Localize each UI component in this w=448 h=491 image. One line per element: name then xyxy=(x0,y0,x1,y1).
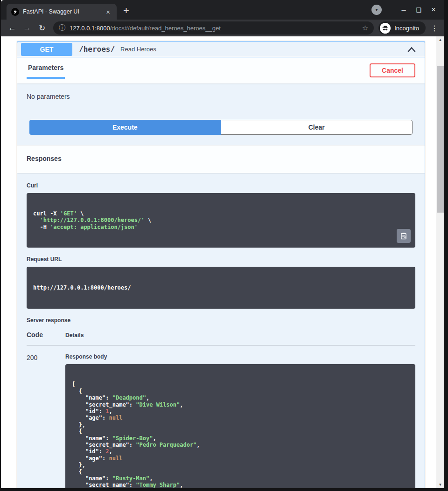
clear-button[interactable]: Clear xyxy=(221,120,413,135)
cancel-button[interactable]: Cancel xyxy=(370,63,415,77)
parameters-body: No parameters Execute Clear xyxy=(17,83,425,145)
fastapi-favicon-icon xyxy=(11,8,19,16)
minimize-button[interactable]: ─ xyxy=(399,7,409,14)
copy-curl-button[interactable] xyxy=(397,229,411,243)
request-url-value: http://127.0.0.1:8000/heroes/ xyxy=(33,284,409,291)
curl-code-block[interactable]: curl -X 'GET' \ 'http://127.0.0.1:8000/h… xyxy=(27,193,415,248)
page-area: GET /heroes/ Read Heroes Parameters Canc… xyxy=(1,36,444,488)
execute-row: Execute Clear xyxy=(29,120,413,135)
scroll-down-button[interactable]: ▼ xyxy=(436,483,444,487)
kebab-menu-icon[interactable]: ⋮ xyxy=(429,24,440,33)
response-details: Response body [ { "name": "Deadpond", "s… xyxy=(65,353,415,488)
response-body-code[interactable]: [ { "name": "Deadpond", "secret_name": "… xyxy=(65,364,415,488)
url-text[interactable]: 127.0.0.1:8000/docs#/default/read_heroes… xyxy=(70,25,358,32)
window-controls: ▼ ─ ❑ × xyxy=(371,0,444,20)
execute-button[interactable]: Execute xyxy=(29,120,221,135)
browser-tab[interactable]: FastAPI - Swagger UI × xyxy=(7,4,117,20)
opblock-get-heroes: GET /heroes/ Read Heroes Parameters Canc… xyxy=(17,41,425,488)
incognito-label: Incognito xyxy=(394,25,419,32)
clipboard-icon xyxy=(400,232,407,240)
status-code: 200 xyxy=(27,353,65,488)
response-body-label: Response body xyxy=(65,353,415,360)
method-badge: GET xyxy=(21,43,72,56)
endpoint-path: /heroes/ xyxy=(79,45,115,54)
bookmark-star-icon[interactable]: ☆ xyxy=(362,24,368,32)
curl-label: Curl xyxy=(27,182,415,189)
tab-strip: FastAPI - Swagger UI × + ▼ ─ ❑ × xyxy=(1,0,444,20)
responses-section-header: Responses xyxy=(17,145,425,173)
site-info-icon[interactable]: ⓘ xyxy=(59,24,65,32)
responses-title: Responses xyxy=(27,155,62,162)
tab-parameters[interactable]: Parameters xyxy=(27,64,65,79)
responses-inner: Curl curl -X 'GET' \ 'http://127.0.0.1:8… xyxy=(17,173,425,488)
request-url-label: Request URL xyxy=(27,256,415,263)
response-row-200: 200 Response body [ { "name": "Deadpond"… xyxy=(27,346,415,488)
new-tab-button[interactable]: + xyxy=(123,6,129,16)
incognito-badge: Incognito xyxy=(378,21,426,35)
close-button[interactable]: × xyxy=(428,6,439,14)
opblock-header[interactable]: GET /heroes/ Read Heroes xyxy=(17,41,425,57)
no-parameters-text: No parameters xyxy=(27,93,415,100)
endpoint-summary: Read Heroes xyxy=(120,46,156,53)
response-table-header: Code Details xyxy=(27,331,415,346)
swagger-content: GET /heroes/ Read Heroes Parameters Canc… xyxy=(1,36,436,488)
url-bar[interactable]: ⓘ 127.0.0.1:8000/docs#/default/read_hero… xyxy=(53,21,374,35)
url-path: /docs#/default/read_heroes_heroes__get xyxy=(110,25,221,32)
details-column-header: Details xyxy=(65,332,84,339)
scroll-up-button[interactable]: ▲ xyxy=(436,38,444,42)
reload-button[interactable]: ↻ xyxy=(35,23,49,33)
code-column-header: Code xyxy=(27,331,65,339)
server-response-label: Server response xyxy=(27,317,415,324)
incognito-icon xyxy=(380,23,391,34)
chevron-up-icon xyxy=(407,46,416,53)
maximize-button[interactable]: ❑ xyxy=(413,7,424,14)
back-button[interactable]: ← xyxy=(6,23,19,33)
forward-button[interactable]: → xyxy=(21,23,34,33)
parameters-section-header: Parameters Cancel xyxy=(17,57,425,83)
request-url-block: http://127.0.0.1:8000/heroes/ xyxy=(27,267,415,309)
tab-close-icon[interactable]: × xyxy=(104,7,112,16)
browser-window: FastAPI - Swagger UI × + ▼ ─ ❑ × ← → ↻ ⓘ… xyxy=(1,0,444,488)
browser-toolbar: ← → ↻ ⓘ 127.0.0.1:8000/docs#/default/rea… xyxy=(1,20,444,36)
scroll-thumb[interactable] xyxy=(437,66,444,213)
url-host: 127.0.0.1:8000 xyxy=(70,25,110,32)
scrollbar[interactable]: ▲ ▼ xyxy=(436,36,444,488)
collapse-button[interactable] xyxy=(407,46,416,53)
tab-title: FastAPI - Swagger UI xyxy=(23,8,100,15)
browser-chevron-menu-icon[interactable]: ▼ xyxy=(371,5,382,15)
